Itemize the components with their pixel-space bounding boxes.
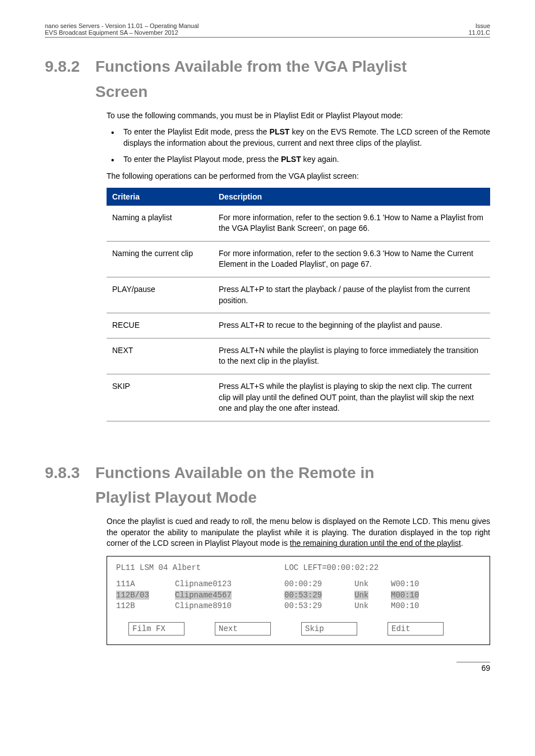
section-982-intro: To use the following commands, you must … (107, 110, 490, 122)
section-982-heading: 9.8.2Functions Available from the VGA Pl… (45, 54, 490, 105)
lcd-row: 112B Clipname8910 00:53:29 Unk M00:10 (116, 601, 481, 612)
list-item: To enter the Playlist Playout mode, pres… (107, 154, 490, 165)
table-row: Naming a playlist For more information, … (107, 206, 490, 242)
table-head-criteria: Criteria (107, 188, 213, 206)
table-row: NEXT Press ALT+N while the playlist is p… (107, 338, 490, 374)
lcd-row: 111A Clipname0123 00:00:29 Unk W00:10 (116, 579, 481, 590)
lcd-button-next: Next (215, 622, 271, 636)
section-983-para: Once the playlist is cued and ready to r… (107, 516, 490, 549)
page-header: nano series Servers - Version 11.01 – Op… (45, 22, 490, 38)
lcd-display: PL11 LSM 04 Albert LOC LEFT=00:00:02:22 … (107, 556, 490, 645)
section-982-title-line2: Screen (95, 80, 147, 105)
criteria-table: Criteria Description Naming a playlist F… (107, 188, 490, 421)
lcd-title-left: PL11 LSM 04 Albert (116, 563, 284, 572)
header-left-line1: nano series Servers - Version 11.01 – Op… (45, 22, 199, 29)
section-982-table-intro: The following operations can be performe… (107, 171, 490, 182)
section-983-title-line2: Playlist Playout Mode (95, 485, 257, 511)
header-right-line1: Issue (468, 22, 490, 29)
header-left-line2: EVS Broadcast Equipment SA – November 20… (45, 29, 199, 36)
lcd-button-film-fx: Film FX (128, 622, 185, 636)
table-row: PLAY/pause Press ALT+P to start the play… (107, 277, 490, 313)
table-row: RECUE Press ALT+R to recue to the beginn… (107, 313, 490, 338)
table-head-description: Description (213, 188, 490, 206)
table-row: SKIP Press ALT+S while the playlist is p… (107, 374, 490, 421)
list-item: To enter the Playlist Edit mode, press t… (107, 127, 490, 149)
section-983-heading: 9.8.3Functions Available on the Remote i… (45, 461, 490, 511)
lcd-title-right: LOC LEFT=00:00:02:22 (284, 563, 379, 572)
section-983-num: 9.8.3 (45, 461, 95, 486)
section-982-title-line1: Functions Available from the VGA Playlis… (95, 54, 407, 80)
page-number: 69 (456, 662, 490, 672)
section-982-bullets: To enter the Playlist Edit mode, press t… (107, 127, 490, 165)
table-row: Naming the current clip For more informa… (107, 241, 490, 277)
header-right-line2: 11.01.C (468, 29, 490, 36)
lcd-button-edit: Edit (388, 622, 444, 636)
section-983-title-line1: Functions Available on the Remote in (95, 461, 374, 486)
section-982-num: 9.8.2 (45, 54, 95, 80)
lcd-button-skip: Skip (301, 622, 357, 636)
lcd-row-highlighted: 112B/03 Clipname4567 00:53:29 Unk M00:10 (116, 590, 481, 601)
